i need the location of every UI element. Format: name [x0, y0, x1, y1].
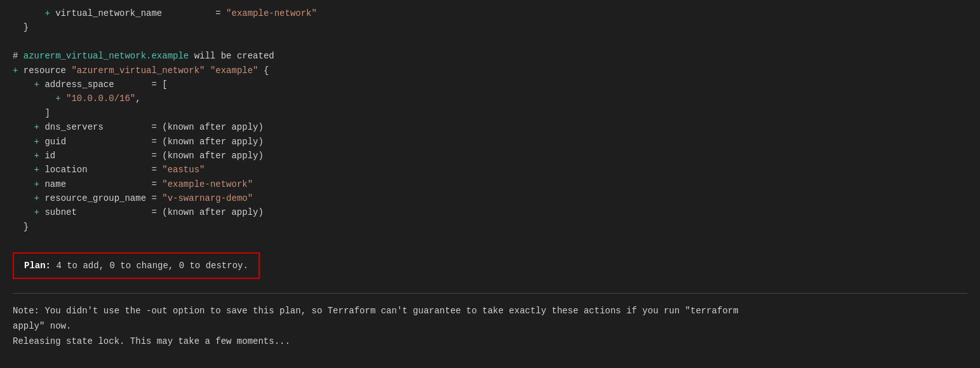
- plus-dns: +: [13, 120, 44, 134]
- key-rg: resource_group_name =: [44, 191, 162, 205]
- line-close-brace-2: }: [13, 220, 967, 234]
- plus-resource: +: [13, 64, 23, 78]
- line-blank-1: [13, 35, 967, 49]
- plus-icon-vnn: +: [13, 6, 55, 20]
- line-address-value: + "10.0.0.0/16",: [13, 92, 967, 106]
- plus-subnet: +: [13, 205, 44, 219]
- addr-comma: ,: [135, 92, 140, 106]
- line-subnet: + subnet = (known after apply): [13, 205, 967, 219]
- comment-resource-name: azurerm_virtual_network.example: [23, 49, 189, 63]
- key-loc: location =: [44, 163, 162, 177]
- note-line-1: Note: You didn't use the -out option to …: [13, 304, 967, 319]
- plan-text: 4 to add, 0 to change, 0 to destroy.: [51, 261, 248, 271]
- comment-rest: will be created: [189, 49, 274, 63]
- comment-text: #: [13, 49, 23, 63]
- brace-1: }: [13, 20, 29, 34]
- plus-name: +: [13, 177, 44, 191]
- line-address-space: + address_space = [: [13, 78, 967, 92]
- key-vnn: virtual_network_name: [55, 6, 162, 20]
- key-guid: guid = (known after apply): [44, 135, 263, 149]
- note-line-2: apply" now.: [13, 319, 967, 334]
- addr-value: "10.0.0.0/16": [66, 92, 135, 106]
- line-resource: + resource "azurerm_virtual_network" "ex…: [13, 64, 967, 78]
- terminal-container: + virtual_network_name = "example-networ…: [0, 0, 980, 368]
- line-resource-group: + resource_group_name = "v-swarnarg-demo…: [13, 191, 967, 205]
- value-rg: "v-swarnarg-demo": [162, 191, 253, 205]
- key-dns: dns_servers = (known after apply): [44, 120, 263, 134]
- plus-guid: +: [13, 135, 44, 149]
- key-id: id = (known after apply): [44, 149, 263, 163]
- plus-id: +: [13, 149, 44, 163]
- plan-box: Plan: 4 to add, 0 to change, 0 to destro…: [13, 252, 260, 279]
- note-section: Note: You didn't use the -out option to …: [13, 304, 967, 349]
- line-address-close: ]: [13, 106, 967, 120]
- brace-open: {: [258, 64, 269, 78]
- plus-addr-val: +: [13, 92, 66, 106]
- plan-label: Plan:: [24, 261, 51, 271]
- resource-name: "example": [210, 64, 258, 78]
- resource-type: "azurerm_virtual_network": [71, 64, 205, 78]
- line-comment: # azurerm_virtual_network.example will b…: [13, 49, 967, 63]
- value-loc: "eastus": [162, 163, 205, 177]
- line-dns-servers: + dns_servers = (known after apply): [13, 120, 967, 134]
- key-subnet: subnet = (known after apply): [44, 205, 263, 219]
- brace-2: }: [13, 220, 29, 234]
- line-guid: + guid = (known after apply): [13, 135, 967, 149]
- key-name: name =: [44, 177, 162, 191]
- key-addr: address_space = [: [44, 78, 167, 92]
- addr-bracket-close: ]: [13, 106, 50, 120]
- plus-loc: +: [13, 163, 44, 177]
- divider: [13, 293, 967, 294]
- line-blank-2: [13, 234, 967, 248]
- code-block: + virtual_network_name = "example-networ…: [13, 6, 967, 283]
- line-id: + id = (known after apply): [13, 149, 967, 163]
- line-virtual-network-name: + virtual_network_name = "example-networ…: [13, 6, 967, 20]
- line-name: + name = "example-network": [13, 177, 967, 191]
- resource-keyword: resource: [23, 64, 72, 78]
- plus-addr: +: [13, 78, 44, 92]
- note-line-3: Releasing state lock. This may take a fe…: [13, 334, 967, 350]
- plus-rg: +: [13, 191, 44, 205]
- space-r: [205, 64, 210, 78]
- line-close-brace-1: }: [13, 20, 967, 34]
- line-location: + location = "eastus": [13, 163, 967, 177]
- value-vnn: "example-network": [226, 6, 317, 20]
- value-name: "example-network": [162, 177, 253, 191]
- spacing-vnn: =: [162, 6, 226, 20]
